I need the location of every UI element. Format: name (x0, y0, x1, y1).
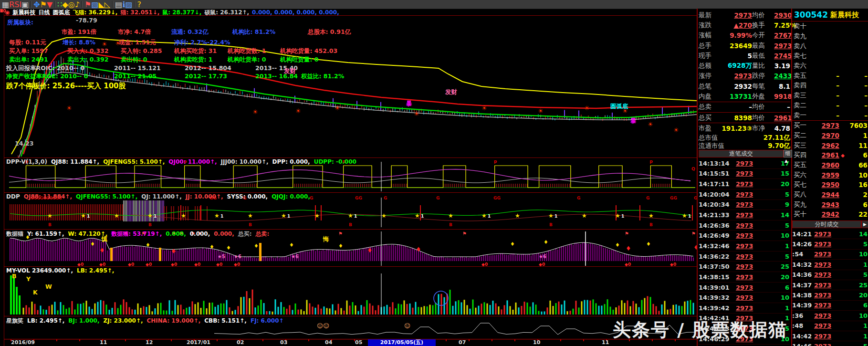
svg-text:G: G (577, 196, 580, 200)
svg-text:B: B (148, 222, 152, 227)
text-cell: 卖出单: 2491 (9, 56, 67, 64)
tp-cell: 2973 (814, 333, 841, 340)
text-cell: 0.000, (214, 231, 234, 237)
tp-cell: 2973 (814, 312, 841, 319)
move-icon[interactable]: ✥ (33, 0, 40, 9)
svg-text:★: ★ (415, 212, 420, 219)
svg-text:B: B (649, 222, 653, 227)
text-cell: 每股: 0.11元 (9, 39, 63, 47)
buy-level-row: 买一29737603 (792, 121, 868, 131)
svg-text:⚑: ⚑ (625, 231, 629, 236)
tick-row: 14:15:51297315 (699, 169, 789, 179)
binoculars-icon[interactable]: ◎ (68, 0, 75, 9)
ddp-indicator-panel[interactable]: GGGGGGGGGGGGGGGGGGGGGGGGG★B★1★★1B★★1★B★1… (4, 192, 697, 230)
lab-cell: 跌停 (752, 72, 774, 80)
text-cell: QJ88: 11.884↑, (51, 158, 99, 165)
minute-tick-row: 14:3229731 (792, 260, 868, 270)
tv-cell: 5 (763, 191, 789, 198)
text-cell (54, 1, 55, 8)
val-cell: 191.23③ (722, 125, 752, 132)
kline-window-icon[interactable]: ▣ (21, 0, 29, 9)
funnel-icon[interactable]: ▼ (47, 0, 52, 9)
flag-icon[interactable]: ⚑ (40, 0, 47, 9)
text-cell: 市净: 4.7倍 (118, 28, 171, 36)
tab-fenshi-chengjiao[interactable]: 分时成交 (792, 220, 861, 228)
sell-level-row: 卖一–– (792, 110, 868, 120)
sun-icon: ☀ (481, 105, 487, 112)
text-cell: 03 (280, 339, 287, 346)
dppv-indicator-panel[interactable]: PPPPPQ DPP-V(1,3,0)QJ88: 11.884↑,QJFENG5… (4, 157, 697, 193)
svg-text:♦: ♦ (338, 243, 343, 249)
note-icon[interactable]: ▤ (115, 0, 122, 9)
text-cell: 机构卖吃货: 1 (174, 56, 228, 64)
val-cell: – (722, 103, 752, 111)
tp-cell: 2973 (736, 222, 763, 229)
warning-icon[interactable]: ◆ (63, 0, 68, 9)
signal-flag-icon[interactable]: ⚑ (84, 0, 91, 9)
expand-arrow-icon[interactable]: ▶ (861, 220, 868, 228)
volume-indicator-panel[interactable]: MY-VOL 23649.000↑,LB: 2.495↑, BYWK (4, 266, 697, 316)
vol-cell: – (846, 112, 868, 119)
panel-annotation: W (45, 283, 52, 290)
tp-cell: 2973 (736, 242, 763, 250)
text-cell: 2011-- 21.05 (114, 73, 185, 80)
svg-text:Q: Q (691, 167, 695, 171)
tp-cell: 2973 (736, 253, 763, 260)
sun-icon: ☀ (673, 126, 679, 134)
rsi-icon[interactable]: RSI (9, 0, 21, 9)
vol-cell: 6 (846, 201, 868, 209)
svg-text:★6: ★6 (539, 254, 546, 259)
text-cell: 鼠: 28.377↓, (162, 9, 201, 16)
svg-text:♦: ♦ (171, 248, 177, 255)
val-cell: 6928万 (722, 62, 752, 70)
tv-cell: 20 (841, 292, 868, 299)
ruler-icon[interactable]: ◣ (98, 0, 104, 9)
quote-row: 现手5最低2745 (699, 51, 790, 61)
axis-month-label: 11 (100, 339, 107, 346)
minute-tick-row: 14:38297320 (792, 290, 868, 300)
vol-cell: 1 (846, 132, 868, 139)
tt-cell: 14:42 (792, 333, 814, 340)
help-icon[interactable]: ? (137, 0, 141, 9)
dots-icon[interactable]: ∷ (57, 0, 62, 9)
val-cell: 2973 (722, 11, 752, 19)
tt-cell: 14:37:50 (699, 263, 736, 270)
svg-text:♦: ♦ (646, 241, 651, 247)
chart-annotation: ☀ (115, 40, 121, 47)
quote-wide-row: 流通市值9.70亿 (699, 142, 790, 150)
scroll-up-arrow-icon[interactable]: ▲ (784, 158, 788, 163)
stairs-icon[interactable]: ▨ (125, 0, 132, 9)
image-icon[interactable]: ▧ (91, 0, 98, 9)
val-cell: 23649 (722, 42, 752, 50)
detail-toggle-button[interactable]: 细 (784, 150, 792, 157)
quote-row: 涨幅9.99%今开2767 (699, 31, 790, 41)
time-axis: 2016/0911122017/0102030405071011 2017/05… (4, 339, 697, 346)
bell-icon[interactable]: ♪ (75, 0, 80, 9)
tab-zhubi-chengjiao[interactable]: 逐笔成交 (699, 150, 784, 157)
svg-text:★: ★ (47, 212, 52, 219)
text-cell: QJ: 11.000↑, (141, 193, 182, 200)
val-cell: 2973 (722, 72, 752, 80)
lab-cell: 卖二 (794, 101, 812, 110)
xingqixiao-indicator-panel[interactable]: 星旗笑LB: 2.495↑,BJ: 1.000,ZJ: 23.000↑,CHIN… (4, 316, 697, 339)
tv-cell: 5 (841, 241, 868, 248)
stock-header: 300542 新晨科技 (792, 9, 868, 21)
tick-row: 14:26:49297310 (699, 231, 789, 241)
tv-cell: 9 (763, 201, 789, 208)
tick-row: 14:32:4629731 (699, 241, 789, 252)
tt-cell: 14:46 (792, 343, 814, 346)
chart-icon[interactable]: ▦ (2, 0, 9, 9)
lab-cell: 流通市值 (699, 142, 735, 150)
ruler2-icon[interactable]: ◺ (105, 0, 110, 9)
tt-cell: 14:20:34 (699, 201, 736, 208)
quote-row: 涨停2973跌停2433 (699, 71, 790, 81)
tp-cell: 2973 (814, 231, 841, 238)
lab-cell: 现手 (699, 52, 722, 60)
tick-row: 14:37:50297325 (699, 262, 789, 272)
main-kline-panel[interactable]: 所属板块:市盈: 191倍市净: 4.7倍流通: 0.32亿机构比: 81.2%… (4, 15, 697, 158)
fortune-annotation: 发财 (284, 67, 296, 75)
text-cell: 机构吐货量: 0 (280, 56, 319, 64)
tp-cell: 2973 (814, 292, 841, 299)
price-cell: 2961 (812, 151, 839, 159)
shujumao-indicator-panel[interactable]: ♦♦♦♦♦♦♦♦♦♦♦♦♦♦♦♦♦♦⚑⚑⚑⚑⚑⚑⚑⚑⚑⚑◆0◆0◆0◆0◆0◆0… (4, 229, 697, 267)
